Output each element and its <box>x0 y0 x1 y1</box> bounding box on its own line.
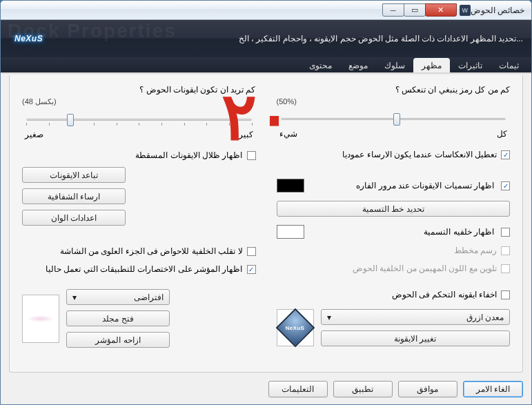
dialog-header: Dock Properties ...تحديد المظهر الاعدادا… <box>1 20 531 57</box>
minimize-button[interactable]: ─ <box>382 3 404 17</box>
lbl-running-indicator: اظهار المؤشر على الاختصارات للتطبيقات ال… <box>46 264 242 274</box>
btn-cancel[interactable]: الغاء الامر <box>463 381 523 397</box>
reflection-slider[interactable] <box>281 111 506 128</box>
content-panel: كم من كل رمز ينبغي ان تنعكس ؟ (50%) كلشي… <box>9 75 523 373</box>
chk-running-indicator[interactable] <box>247 265 256 274</box>
slider-label-max: شيء <box>279 129 297 139</box>
dialog-buttons: الغاء الامر موافق تطبيق التعليمات <box>9 381 523 397</box>
lbl-disable-vertical-reflect: تعطيل الانعكاسات عندما يكون الارساء عمود… <box>342 150 497 159</box>
label-color-swatch[interactable] <box>277 179 304 192</box>
lbl-drop-shadows: اظهار ظلال الايقونات المسقطة <box>135 150 242 160</box>
maximize-button[interactable]: ▭ <box>404 3 426 17</box>
tab-effects[interactable]: تاثيرات <box>450 58 491 72</box>
chk-hide-control-icon[interactable] <box>501 290 510 299</box>
lbl-show-labels: اظهار تسميات الايقونات عند مرور الفاره <box>311 181 495 190</box>
chevron-down-icon: ▾ <box>327 313 331 322</box>
btn-ok[interactable]: موافق <box>398 381 457 397</box>
chevron-down-icon: ▾ <box>72 293 77 302</box>
chk-no-flip-bg[interactable] <box>247 247 256 256</box>
iconsize-value: (بكسل 48) <box>22 97 256 106</box>
slider-label-min: كل <box>497 129 507 139</box>
btn-apply[interactable]: تطبيق <box>333 381 393 397</box>
reflection-question: كم من كل رمز ينبغي ان تنعكس ؟ <box>277 85 511 95</box>
indicator-preview <box>22 295 59 343</box>
window-title: خصائص الحوض <box>471 6 524 15</box>
chk-tint <box>501 264 510 273</box>
control-icon-preview: NeXuS <box>277 309 314 346</box>
tab-position[interactable]: موضع <box>340 58 376 72</box>
column-iconsize: كم تريد ان تكون ايقونات الحوض ؟ (بكسل 48… <box>22 85 256 362</box>
btn-indicator-offset[interactable]: ازاحه المؤشر <box>66 332 170 348</box>
btn-icon-spacing[interactable]: تباعد الايقونات <box>22 167 126 183</box>
tab-strip: ثيمات تاثيرات مظهر سلوك موضع محتوى <box>1 57 531 74</box>
chk-drop-shadows[interactable] <box>247 151 256 160</box>
chk-show-labels[interactable] <box>501 181 510 190</box>
btn-dock-transparency[interactable]: ارساء الشفافية <box>22 188 126 204</box>
label-bg-swatch[interactable] <box>277 225 304 239</box>
btn-open-folder[interactable]: فتح مجلد <box>66 310 170 326</box>
indicator-style-dropdown[interactable]: افتراضى▾ <box>66 289 170 305</box>
tab-content[interactable]: محتوى <box>301 58 340 72</box>
lbl-tint: تلوين مع اللون المهيمن من الخلفية الحوض <box>353 264 497 273</box>
column-reflection: كم من كل رمز ينبغي ان تنعكس ؟ (50%) كلشي… <box>277 85 511 362</box>
reflection-value: (50%) <box>277 97 511 106</box>
chk-disable-vertical-reflect[interactable] <box>501 150 510 159</box>
btn-help[interactable]: التعليمات <box>268 381 328 397</box>
chk-sketch <box>501 246 510 255</box>
iconsize-slider[interactable] <box>26 112 252 128</box>
btn-color-settings[interactable]: اعدادات الوان <box>22 210 126 226</box>
close-button[interactable]: ✕ <box>425 3 457 17</box>
lbl-no-flip-bg: لا تقلب الخلفية للاحواض فى الجزء العلوى … <box>60 246 243 256</box>
tab-appearance[interactable]: مظهر <box>413 58 450 72</box>
lbl-sketch: رسم مخطط <box>454 246 497 255</box>
lbl-hide-control-icon: اخفاء ايقونه التحكم فى الحوض <box>392 290 497 299</box>
tab-themes[interactable]: ثيمات <box>491 58 527 72</box>
dialog-window: W خصائص الحوض ─ ▭ ✕ Dock Properties ...ت… <box>0 0 532 405</box>
tab-behavior[interactable]: سلوك <box>376 58 413 72</box>
slider-label-big: كبير <box>239 130 253 139</box>
app-icon: W <box>460 5 471 16</box>
btn-label-font[interactable]: تحديد خط التسمية <box>277 201 511 217</box>
iconsize-question: كم تريد ان تكون ايقونات الحوض ؟ <box>22 85 256 95</box>
chk-label-bg[interactable] <box>501 228 510 237</box>
slider-label-small: صغير <box>25 130 43 139</box>
titlebar: W خصائص الحوض ─ ▭ ✕ <box>1 1 531 20</box>
lbl-label-bg: اظهار خلفيه التسمية <box>311 227 495 237</box>
btn-change-icon[interactable]: تغيير الايقونة <box>321 330 511 346</box>
theme-dropdown[interactable]: معدن ازرق▾ <box>321 309 511 325</box>
